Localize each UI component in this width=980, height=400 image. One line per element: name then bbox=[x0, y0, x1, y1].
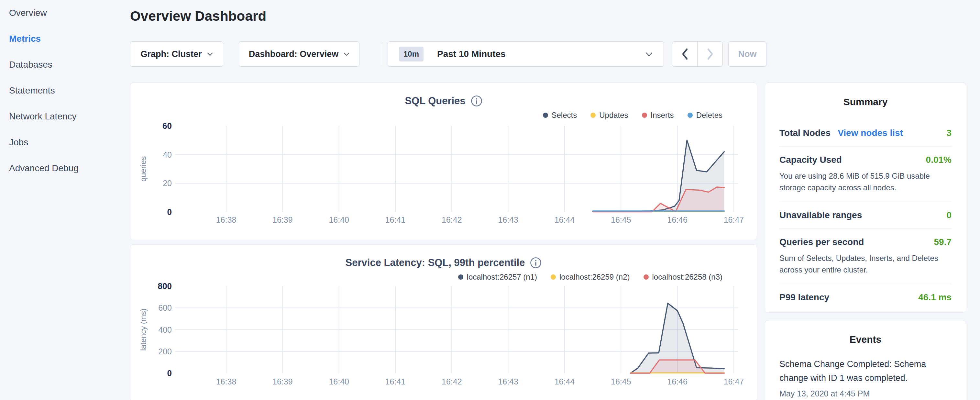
summary-rows: Total NodesView nodes list3Capacity Used… bbox=[765, 120, 966, 311]
event-timestamp: May 13, 2020 at 4:45 PM bbox=[780, 389, 951, 398]
dashboard-dropdown-label: Dashboard: Overview bbox=[249, 49, 339, 59]
chart-card-sql-queries: SQL Queries SelectsUpdatesInsertsDeletes… bbox=[130, 83, 757, 240]
chart-plot-area[interactable]: 16:3816:3916:4016:4116:4216:4316:4416:45… bbox=[130, 280, 757, 400]
legend-dot bbox=[458, 274, 463, 280]
graph-dropdown-label: Graph: Cluster bbox=[140, 49, 202, 59]
svg-text:16:40: 16:40 bbox=[329, 215, 349, 224]
event-item: Schema Change Completed: Schema change w… bbox=[780, 357, 951, 398]
summary-title: Summary bbox=[765, 96, 966, 107]
svg-text:20: 20 bbox=[163, 178, 172, 188]
svg-text:200: 200 bbox=[158, 347, 172, 356]
summary-row: P99 latency46.1 ms bbox=[780, 284, 951, 311]
svg-text:16:41: 16:41 bbox=[385, 215, 406, 224]
summary-desc: Sum of Selects, Updates, Inserts, and De… bbox=[780, 252, 951, 276]
sidebar: OverviewMetricsDatabasesStatementsNetwor… bbox=[0, 0, 129, 400]
svg-text:16:42: 16:42 bbox=[442, 215, 462, 224]
summary-desc: You are using 28.6 MiB of 515.9 GiB usab… bbox=[780, 170, 951, 193]
svg-text:latency (ms): latency (ms) bbox=[139, 308, 148, 351]
svg-text:16:47: 16:47 bbox=[724, 377, 744, 386]
summary-label: Queries per second bbox=[780, 237, 864, 247]
legend-dot bbox=[550, 274, 556, 280]
sidebar-item-network-latency[interactable]: Network Latency bbox=[0, 104, 129, 129]
summary-row-head: Unavailable ranges0 bbox=[780, 210, 951, 220]
chart-title-text: Service Latency: SQL, 99th percentile bbox=[345, 257, 525, 269]
summary-label: Unavailable ranges bbox=[780, 210, 862, 220]
chart-title-text: SQL Queries bbox=[405, 95, 465, 107]
sidebar-item-jobs[interactable]: Jobs bbox=[0, 129, 129, 155]
svg-text:16:41: 16:41 bbox=[385, 377, 406, 386]
svg-text:16:42: 16:42 bbox=[442, 377, 462, 386]
svg-text:16:39: 16:39 bbox=[272, 377, 293, 386]
summary-row: Unavailable ranges0 bbox=[780, 202, 951, 229]
chart-title: Service Latency: SQL, 99th percentile bbox=[130, 257, 757, 269]
summary-value: 59.7 bbox=[934, 237, 952, 247]
summary-row-head: P99 latency46.1 ms bbox=[780, 292, 951, 303]
svg-text:600: 600 bbox=[158, 303, 172, 312]
legend-dot bbox=[642, 113, 647, 118]
svg-text:16:45: 16:45 bbox=[611, 215, 631, 224]
chevron-right-icon bbox=[705, 47, 716, 61]
summary-link[interactable]: View nodes list bbox=[838, 128, 903, 138]
graph-dropdown[interactable]: Graph: Cluster bbox=[130, 41, 223, 67]
now-button[interactable]: Now bbox=[728, 41, 767, 67]
legend-dot bbox=[590, 113, 596, 118]
svg-text:0: 0 bbox=[167, 368, 172, 378]
svg-text:16:46: 16:46 bbox=[667, 377, 687, 386]
summary-value: 3 bbox=[947, 128, 951, 138]
chart-card-service-latency: Service Latency: SQL, 99th percentile lo… bbox=[130, 244, 757, 400]
chart-plot-area[interactable]: 16:3816:3916:4016:4116:4216:4316:4416:45… bbox=[130, 118, 757, 240]
sidebar-item-advanced-debug[interactable]: Advanced Debug bbox=[0, 155, 129, 181]
svg-text:0: 0 bbox=[167, 207, 172, 217]
svg-text:16:43: 16:43 bbox=[498, 377, 518, 386]
time-range-selector[interactable]: 10m Past 10 Minutes bbox=[388, 41, 664, 67]
svg-text:40: 40 bbox=[163, 150, 172, 159]
time-range-badge: 10m bbox=[399, 46, 423, 62]
chevron-down-icon bbox=[207, 53, 213, 56]
chevron-left-icon bbox=[679, 47, 690, 61]
chart-title: SQL Queries bbox=[130, 95, 757, 107]
sidebar-item-databases[interactable]: Databases bbox=[0, 52, 129, 78]
svg-text:16:47: 16:47 bbox=[724, 215, 744, 224]
summary-label: Total Nodes bbox=[780, 128, 830, 138]
svg-text:16:39: 16:39 bbox=[272, 215, 293, 224]
prev-time-button[interactable] bbox=[672, 41, 698, 67]
legend-dot bbox=[687, 113, 693, 118]
summary-row-head: Queries per second59.7 bbox=[780, 237, 951, 247]
summary-label: P99 latency bbox=[780, 292, 829, 303]
events-list: Schema Change Completed: Schema change w… bbox=[765, 357, 966, 398]
summary-panel: Summary Total NodesView nodes list3Capac… bbox=[765, 83, 966, 312]
summary-row: Queries per second59.7Sum of Selects, Up… bbox=[780, 229, 951, 284]
summary-row-head: Total NodesView nodes list3 bbox=[780, 128, 951, 138]
summary-row: Total NodesView nodes list3 bbox=[780, 120, 951, 147]
svg-text:16:45: 16:45 bbox=[611, 377, 631, 386]
sidebar-item-metrics[interactable]: Metrics bbox=[0, 26, 129, 52]
summary-value: 0 bbox=[947, 210, 951, 220]
summary-label: Capacity Used bbox=[780, 155, 842, 165]
svg-text:16:46: 16:46 bbox=[667, 215, 687, 224]
now-button-label: Now bbox=[738, 49, 757, 59]
chevron-down-icon bbox=[344, 53, 349, 56]
svg-text:16:40: 16:40 bbox=[329, 377, 349, 386]
svg-text:400: 400 bbox=[158, 325, 172, 334]
legend-dot bbox=[644, 274, 649, 280]
legend-dot bbox=[543, 113, 548, 118]
svg-text:800: 800 bbox=[158, 281, 172, 291]
svg-text:16:44: 16:44 bbox=[555, 215, 575, 224]
controls-divider bbox=[383, 42, 383, 66]
next-time-button[interactable] bbox=[697, 41, 723, 67]
sidebar-item-statements[interactable]: Statements bbox=[0, 78, 129, 104]
event-message: Schema Change Completed: Schema change w… bbox=[780, 357, 951, 385]
summary-row-head: Capacity Used0.01% bbox=[780, 155, 951, 165]
sidebar-item-overview[interactable]: Overview bbox=[0, 0, 129, 26]
summary-value: 0.01% bbox=[926, 155, 951, 165]
svg-text:16:38: 16:38 bbox=[216, 215, 237, 224]
svg-text:60: 60 bbox=[162, 121, 172, 131]
events-title: Events bbox=[765, 334, 966, 345]
svg-text:16:38: 16:38 bbox=[216, 377, 237, 386]
info-icon[interactable] bbox=[530, 257, 542, 269]
chevron-down-icon bbox=[646, 52, 652, 56]
svg-text:queries: queries bbox=[139, 156, 148, 182]
svg-text:16:44: 16:44 bbox=[555, 377, 575, 386]
info-icon[interactable] bbox=[471, 95, 482, 107]
dashboard-dropdown[interactable]: Dashboard: Overview bbox=[239, 41, 360, 67]
